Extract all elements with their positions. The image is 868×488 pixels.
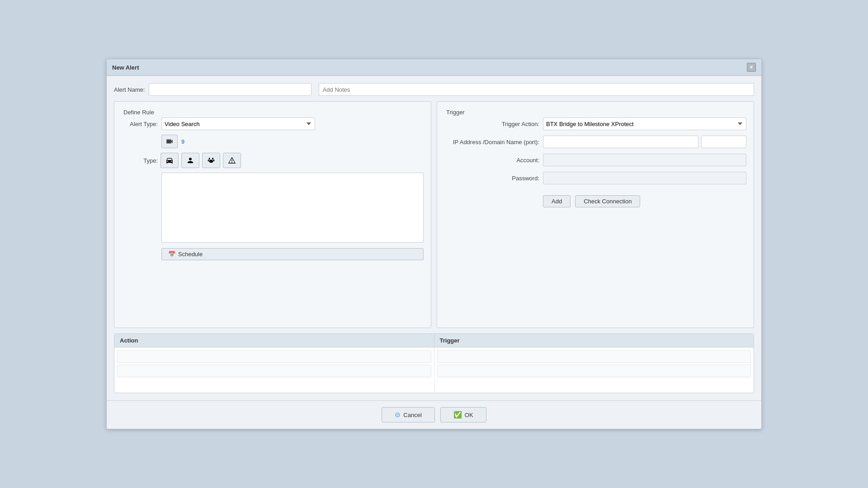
password-row: Password: xyxy=(444,172,746,184)
trigger-panel: Trigger Trigger Action: BTX Bridge to Mi… xyxy=(437,101,754,328)
svg-point-0 xyxy=(209,158,210,160)
table-body xyxy=(114,347,754,393)
camera-row: 9 xyxy=(161,135,424,148)
add-button[interactable]: Add xyxy=(543,195,571,207)
video-content-area[interactable] xyxy=(161,173,424,243)
check-connection-button[interactable]: Check Connection xyxy=(575,195,640,207)
alert-type-label: Alert Type: xyxy=(122,121,158,127)
svg-point-1 xyxy=(212,158,213,160)
trigger-action-row: Trigger Action: BTX Bridge to Milestone … xyxy=(444,117,746,130)
trigger-col-header: Trigger xyxy=(434,334,754,347)
calendar-icon: 📅 xyxy=(168,251,175,258)
dialog-title: New Alert xyxy=(112,64,139,71)
alert-name-input[interactable] xyxy=(149,83,311,96)
password-input[interactable] xyxy=(543,172,746,184)
dialog-footer: ⊝ Cancel ✅ OK xyxy=(107,400,761,429)
type-car-button[interactable] xyxy=(160,153,179,168)
cancel-button[interactable]: ⊝ Cancel xyxy=(382,407,434,422)
account-input[interactable] xyxy=(543,154,746,166)
bottom-table: Action Trigger xyxy=(114,333,754,393)
trigger-action-label: Trigger Action: xyxy=(444,121,539,127)
dialog-body: Alert Name: Define Rule Alert Type: Vide… xyxy=(107,76,761,400)
table-header: Action Trigger xyxy=(114,334,754,347)
ok-icon: ✅ xyxy=(453,411,462,419)
action-col-header: Action xyxy=(114,334,434,347)
ip-address-label: IP Address /Domain Name (port): xyxy=(444,139,539,145)
paw-icon xyxy=(207,156,215,164)
car-icon xyxy=(165,156,174,164)
type-person-button[interactable] xyxy=(181,153,199,168)
define-rule-title: Define Rule xyxy=(122,106,424,117)
type-alert-button[interactable] xyxy=(223,153,241,168)
svg-point-2 xyxy=(208,160,209,161)
alert-name-section: Alert Name: xyxy=(114,83,311,96)
table-row xyxy=(437,350,751,363)
top-row: Alert Name: xyxy=(114,83,754,96)
define-rule-panel: Define Rule Alert Type: Video Search xyxy=(114,101,431,328)
trigger-col xyxy=(434,347,754,393)
account-row: Account: xyxy=(444,154,746,166)
port-input[interactable] xyxy=(701,136,746,148)
schedule-button[interactable]: 📅 Schedule xyxy=(161,248,424,260)
cancel-icon: ⊝ xyxy=(395,411,401,419)
ok-button[interactable]: ✅ OK xyxy=(440,407,486,422)
type-animal-button[interactable] xyxy=(202,153,220,168)
account-label: Account: xyxy=(444,157,539,164)
trigger-action-buttons: Add Check Connection xyxy=(543,195,746,207)
svg-point-3 xyxy=(213,160,215,161)
type-label: Type: xyxy=(122,157,158,164)
close-button[interactable]: × xyxy=(747,63,756,72)
table-row xyxy=(117,365,431,377)
camera-icon xyxy=(165,137,174,145)
alert-type-select[interactable]: Video Search xyxy=(161,117,315,130)
new-alert-dialog: New Alert × Alert Name: Define Rule Aler… xyxy=(106,59,762,429)
action-col xyxy=(114,347,434,393)
middle-section: Define Rule Alert Type: Video Search xyxy=(114,101,754,328)
trigger-title: Trigger xyxy=(444,106,746,117)
alert-triangle-icon xyxy=(228,156,236,164)
alert-name-label: Alert Name: xyxy=(114,86,145,93)
password-label: Password: xyxy=(444,175,539,182)
ip-address-row: IP Address /Domain Name (port): xyxy=(444,136,746,148)
table-row xyxy=(437,365,751,377)
camera-count: 9 xyxy=(181,138,184,145)
type-row: Type: xyxy=(122,153,424,168)
add-notes-input[interactable] xyxy=(319,83,754,96)
alert-type-row: Alert Type: Video Search xyxy=(122,117,424,130)
dialog-titlebar: New Alert × xyxy=(107,59,761,76)
ip-main-input[interactable] xyxy=(543,136,698,148)
person-icon xyxy=(186,156,194,164)
camera-button[interactable] xyxy=(161,135,178,148)
trigger-action-select[interactable]: BTX Bridge to Milestone XProtect xyxy=(543,117,746,130)
ip-inputs xyxy=(543,136,746,148)
table-row xyxy=(117,350,431,363)
